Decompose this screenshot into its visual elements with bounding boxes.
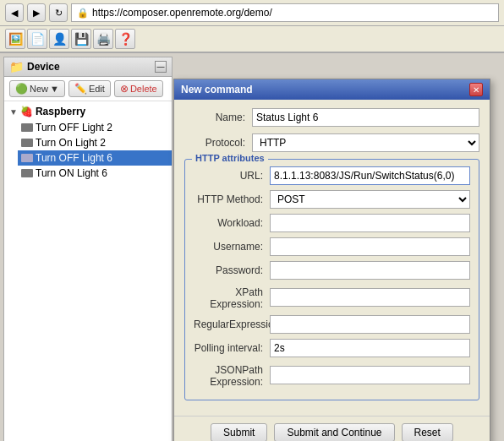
reset-button[interactable]: Reset (402, 423, 453, 441)
polling-label: Polling interval: (194, 342, 270, 354)
toolbar-icon-5[interactable]: 🖨️ (93, 29, 113, 49)
item-icon-1 (21, 139, 33, 147)
edit-icon: ✏️ (74, 83, 87, 95)
xpath-input[interactable] (270, 288, 470, 307)
new-label: New (30, 84, 48, 94)
tree-item-2[interactable]: Turn OFF Light 6 (18, 150, 172, 166)
new-button[interactable]: 🟢 New ▼ (9, 80, 65, 97)
refresh-button[interactable]: ↻ (49, 3, 68, 22)
xpath-row: XPathExpression: (194, 285, 470, 310)
tree-item-1[interactable]: Turn On Light 2 (18, 135, 172, 150)
jsonpath-label: JSONPathExpression: (194, 362, 270, 388)
dialog-title: New command (181, 84, 253, 95)
xpath-label: XPathExpression: (194, 285, 270, 310)
edit-button[interactable]: ✏️ Edit (68, 80, 111, 97)
delete-button[interactable]: ⊗ Delete (114, 80, 163, 97)
left-panel: 📁 Device — 🟢 New ▼ ✏️ Edit ⊗ Delete ▼ (3, 57, 173, 441)
panel-title: Device (27, 61, 60, 73)
submit-continue-button[interactable]: Submit and Continue (274, 423, 394, 441)
expand-icon: ▼ (9, 107, 18, 117)
edit-label: Edit (89, 84, 105, 94)
password-row: Password: (194, 261, 470, 280)
raspberry-icon: 🍓 (20, 106, 33, 117)
polling-input[interactable] (270, 339, 470, 357)
lock-icon: 🔒 (77, 8, 89, 19)
dialog-footer: Submit Submit and Continue Reset (174, 416, 490, 441)
dialog-titlebar: New command ✕ (174, 79, 490, 100)
method-label: HTTP Method: (194, 193, 270, 205)
username-row: Username: (194, 237, 470, 256)
username-input[interactable] (270, 237, 470, 256)
url-row: URL: (194, 166, 470, 185)
regex-label: RegularExpression: (194, 318, 270, 330)
toolbar-icon-2[interactable]: 📄 (27, 29, 47, 49)
http-group-legend: HTTP attributes (192, 153, 268, 163)
method-select[interactable]: GET POST PUT DELETE (270, 190, 470, 209)
tree-item-0[interactable]: Turn OFF Light 2 (18, 120, 172, 135)
workload-input[interactable] (270, 214, 470, 232)
tree-item-label-0: Turn OFF Light 2 (36, 122, 112, 133)
tree-children: Turn OFF Light 2 Turn On Light 2 Turn OF… (4, 120, 172, 181)
tree-item-label-2: Turn OFF Light 6 (36, 152, 112, 164)
item-icon-2 (21, 154, 33, 162)
submit-button[interactable]: Submit (211, 423, 267, 441)
panel-toolbar: 🟢 New ▼ ✏️ Edit ⊗ Delete (4, 77, 172, 101)
tree-root-raspberry[interactable]: ▼ 🍓 Raspberry (4, 103, 172, 120)
forward-button[interactable]: ▶ (27, 3, 46, 22)
dialog-body: Name: Protocol: HTTP HTTPS TCP UDP HTTP … (174, 100, 490, 416)
tree-content: ▼ 🍓 Raspberry Turn OFF Light 2 Turn On L… (4, 101, 172, 441)
protocol-select[interactable]: HTTP HTTPS TCP UDP (252, 133, 479, 152)
toolbar-icon-6[interactable]: ❓ (115, 29, 135, 49)
back-button[interactable]: ◀ (5, 3, 24, 22)
new-command-dialog: New command ✕ Name: Protocol: HTTP HTTPS… (173, 79, 490, 441)
http-attributes-group: HTTP attributes URL: HTTP Method: GET PO… (184, 159, 479, 400)
method-row: HTTP Method: GET POST PUT DELETE (194, 190, 470, 209)
workload-row: Workload: (194, 214, 470, 232)
regex-row: RegularExpression: (194, 315, 470, 334)
username-label: Username: (194, 241, 270, 253)
panel-header: 📁 Device — (4, 57, 172, 77)
address-bar[interactable]: 🔒 https://composer.openremote.org/demo/ (71, 3, 499, 22)
password-label: Password: (194, 264, 270, 276)
jsonpath-row: JSONPathExpression: (194, 362, 470, 388)
toolbar-icon-3[interactable]: 👤 (49, 29, 69, 49)
minimize-button[interactable]: — (155, 61, 167, 73)
device-folder-icon: 📁 (9, 60, 24, 74)
new-dropdown-icon: ▼ (50, 84, 59, 94)
polling-row: Polling interval: (194, 339, 470, 357)
toolbar-icon-1[interactable]: 🖼️ (5, 29, 25, 49)
new-icon: 🟢 (15, 83, 28, 95)
jsonpath-input[interactable] (270, 366, 470, 384)
password-input[interactable] (270, 261, 470, 280)
name-input[interactable] (252, 108, 479, 127)
tree-item-3[interactable]: Turn ON Light 6 (18, 166, 172, 181)
workload-label: Workload: (194, 217, 270, 229)
name-row: Name: (184, 108, 479, 127)
url-input[interactable] (270, 166, 470, 185)
regex-input[interactable] (270, 315, 470, 334)
icon-toolbar: 🖼️ 📄 👤 💾 🖨️ ❓ (0, 26, 504, 52)
toolbar-icon-4[interactable]: 💾 (71, 29, 91, 49)
tree-item-label-1: Turn On Light 2 (36, 137, 106, 149)
dialog-close-button[interactable]: ✕ (469, 83, 483, 96)
delete-icon: ⊗ (120, 83, 129, 95)
item-icon-3 (21, 169, 33, 177)
app-area: 📁 Device — 🟢 New ▼ ✏️ Edit ⊗ Delete ▼ (0, 53, 504, 441)
tree-item-label-3: Turn ON Light 6 (36, 167, 107, 179)
protocol-label: Protocol: (184, 137, 252, 149)
delete-label: Delete (130, 84, 157, 94)
url-label: URL: (194, 170, 270, 182)
protocol-row: Protocol: HTTP HTTPS TCP UDP (184, 133, 479, 152)
item-icon-0 (21, 123, 33, 132)
tree-root-label: Raspberry (36, 106, 85, 117)
name-label: Name: (184, 112, 252, 123)
url-text: https://composer.openremote.org/demo/ (92, 7, 272, 19)
